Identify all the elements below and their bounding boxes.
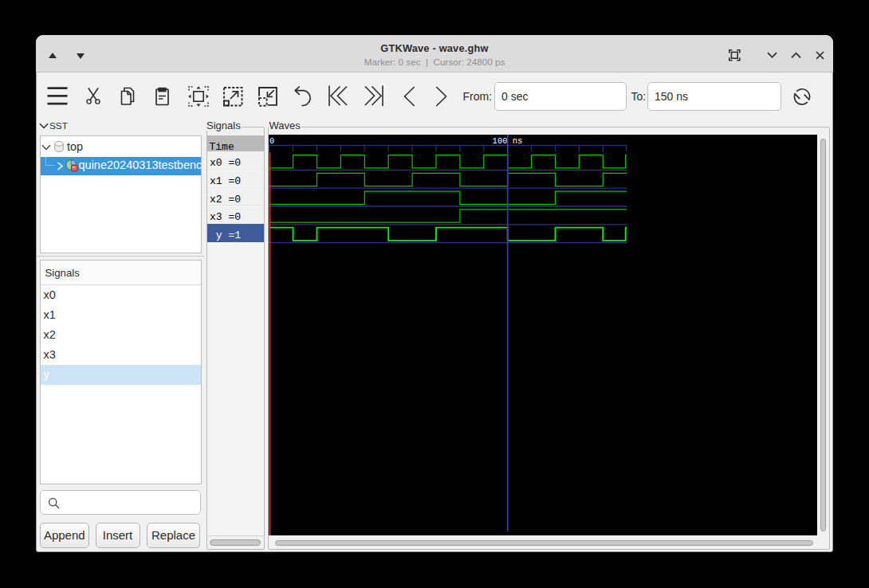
svg-text:0: 0 <box>269 136 274 146</box>
